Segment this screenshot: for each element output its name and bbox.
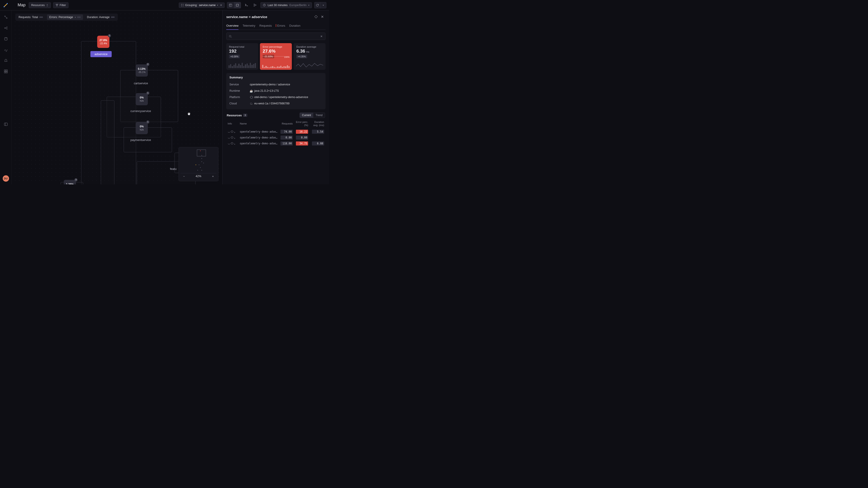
- kpi-duration[interactable]: Duration average 6.36ms +4.35%: [293, 43, 326, 70]
- pill-requests[interactable]: Requests: Total: [16, 14, 45, 20]
- node-bottom-metric[interactable]: 1.36% 3: [64, 180, 76, 184]
- zoom-out-button[interactable]: −: [182, 174, 186, 179]
- kpi-label: Request total: [229, 45, 255, 48]
- grab-cursor-icon: [187, 111, 191, 116]
- terminal-button[interactable]: [243, 2, 250, 8]
- map-view-button[interactable]: [234, 2, 241, 8]
- time-range-picker[interactable]: Last 30 minutes Europe/Berlin ▾: [260, 2, 312, 8]
- scope-selector[interactable]: Resources: [29, 2, 51, 8]
- filter-label: Filter: [60, 4, 66, 7]
- col-dur[interactable]: Duration avg. (ms): [309, 120, 326, 129]
- tab-requests[interactable]: Requests: [259, 23, 272, 30]
- page-title: Map: [18, 3, 26, 7]
- nav-traces[interactable]: [2, 24, 9, 32]
- seg-trend[interactable]: Trend: [313, 113, 325, 118]
- node-value: 0%: [140, 96, 144, 99]
- svg-point-2: [181, 4, 182, 5]
- svg-rect-6: [229, 4, 232, 6]
- kpi-delta: +4.35%: [296, 55, 307, 58]
- node-paymentservice-metric[interactable]: 0% N/A 1: [135, 122, 148, 134]
- pill-duration[interactable]: Duration: Average: [85, 14, 117, 20]
- node-delta: -35.1%: [138, 71, 145, 74]
- row-name: opentelemetry-demo-adservice-b…: [239, 129, 279, 135]
- nav-explore[interactable]: [2, 13, 9, 21]
- close-panel-button[interactable]: [319, 13, 326, 20]
- nav-alerts[interactable]: [2, 57, 9, 64]
- node-value: 27.6%: [99, 39, 107, 42]
- chevron-down-icon: ▾: [75, 16, 76, 18]
- tab-errors[interactable]: Errors: [276, 23, 285, 30]
- kpi-errors[interactable]: Error percentage 27.6% -21.93% 100%: [260, 43, 292, 70]
- svg-text:aws: aws: [250, 102, 252, 103]
- node-currencyservice-metric[interactable]: 0% N/A 1: [135, 93, 148, 105]
- nav-metrics[interactable]: [2, 46, 9, 53]
- row-requests: 0.00: [279, 135, 294, 140]
- focus-button[interactable]: [313, 13, 319, 20]
- col-requests[interactable]: Requests: [279, 120, 294, 129]
- kpi-requests[interactable]: Request total 192 +6.08%: [226, 43, 258, 70]
- topbar: Map Resources Filter Grouping: service.n…: [0, 0, 329, 10]
- crosshair-icon: [314, 15, 318, 19]
- node-paymentservice-label: paymentservice: [130, 138, 151, 142]
- tab-duration[interactable]: Duration: [289, 23, 301, 30]
- group-icon: [181, 4, 184, 6]
- grouping-chip[interactable]: Grouping: service.name ▾ ✕: [179, 2, 225, 8]
- summary-row-cloud: Cloud awseu-west-1a / 034437666789: [229, 100, 322, 107]
- send-icon: [253, 3, 257, 7]
- node-count-badge: 2: [146, 63, 149, 66]
- tab-telemetry[interactable]: Telemetry: [243, 23, 255, 30]
- filter-button[interactable]: Filter: [53, 2, 68, 8]
- node-delta: N/A: [140, 99, 144, 102]
- summary-service-value: opentelemetry-demo / adservice: [250, 83, 322, 86]
- panel-search[interactable]: ✕: [226, 33, 326, 40]
- left-nav: DU: [0, 10, 12, 184]
- refresh-button[interactable]: [314, 2, 320, 8]
- user-avatar[interactable]: DU: [3, 175, 9, 182]
- col-info[interactable]: Info: [226, 120, 239, 129]
- nav-collapse[interactable]: [2, 121, 9, 128]
- table-row[interactable]: ☕opentelemetry-demo-adservice-b…118.0034…: [226, 140, 326, 147]
- seg-current[interactable]: Current: [300, 113, 313, 118]
- aws-icon: [228, 136, 230, 139]
- node-adservice-chip[interactable]: adservice: [90, 51, 112, 57]
- kubernetes-icon: [231, 142, 234, 145]
- nav-logs[interactable]: [2, 35, 9, 42]
- row-err: 16.22: [294, 129, 309, 135]
- minimap[interactable]: − 42% +: [179, 147, 218, 181]
- resources-count: 3: [243, 113, 247, 117]
- svg-marker-23: [231, 131, 233, 133]
- scope-label: Resources: [31, 4, 45, 7]
- tab-overview[interactable]: Overview: [226, 23, 239, 30]
- share-button[interactable]: [252, 2, 258, 8]
- col-name[interactable]: Name: [239, 120, 279, 129]
- zoom-in-button[interactable]: +: [211, 174, 215, 179]
- pill-errors[interactable]: Errors: Percentage▾: [47, 14, 83, 20]
- map-icon: [236, 4, 239, 7]
- refresh-menu-button[interactable]: ▾: [320, 2, 326, 8]
- node-cartservice-metric[interactable]: 0.13% -35.1% 2: [135, 64, 148, 76]
- kpi-row: Request total 192 +6.08% Error percentag…: [226, 43, 326, 70]
- zoom-value: 42%: [195, 175, 201, 178]
- node-adservice-metric[interactable]: 27.6% -22.4% 3: [97, 36, 110, 48]
- kubernetes-icon: [250, 96, 253, 99]
- panel-tabs: Overview Telemetry Requests Errors Durat…: [226, 23, 326, 30]
- clock-icon: [263, 4, 266, 6]
- nav-dashboards[interactable]: [2, 68, 9, 75]
- summary-row-runtime: Runtime ☕java 21.0.2+13-LTS: [229, 88, 322, 94]
- resources-view-toggle: Current Trend: [300, 112, 325, 118]
- table-view-button[interactable]: [227, 2, 234, 8]
- minimap-area[interactable]: [181, 149, 216, 172]
- clear-search-button[interactable]: ✕: [320, 35, 323, 38]
- node-cartservice-label: cartservice: [134, 82, 148, 85]
- timezone-label: Europe/Berlin: [289, 4, 307, 7]
- clear-grouping-button[interactable]: ✕: [219, 4, 223, 7]
- view-toggle: [227, 2, 241, 8]
- svc-edge-left: [101, 100, 114, 184]
- kpi-label: Error percentage: [263, 45, 289, 48]
- table-row[interactable]: ☕opentelemetry-demo-adservice-b…74.0016.…: [226, 129, 326, 135]
- table-row[interactable]: ☕opentelemetry-demo-adservice-b…0.000.00: [226, 135, 326, 140]
- node-feature-label: featu: [170, 167, 177, 170]
- panel-search-input[interactable]: [234, 35, 318, 38]
- metric-pills: Requests: Total Errors: Percentage▾ Dura…: [16, 13, 118, 21]
- col-err[interactable]: Error perc. (%): [294, 120, 309, 129]
